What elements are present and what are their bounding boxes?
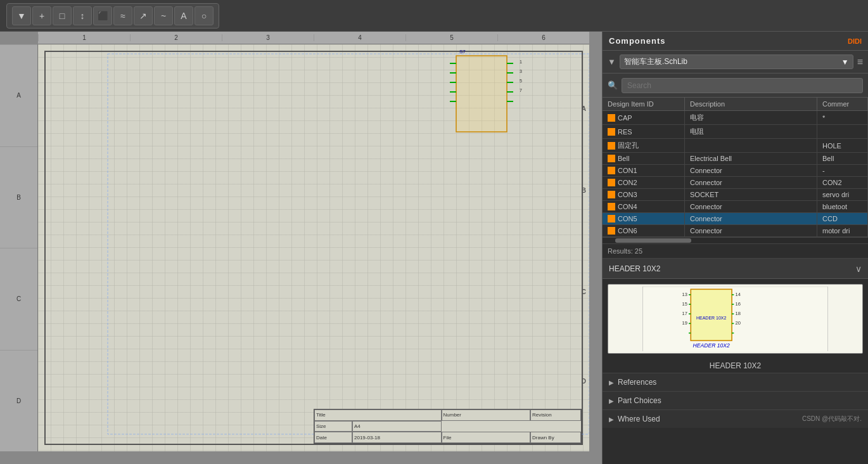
components-table: Design Item ID Description Commer CAP电容*… bbox=[603, 98, 868, 237]
circle-btn[interactable]: ○ bbox=[195, 6, 214, 25]
ruler-mark-5: 5 bbox=[450, 34, 454, 41]
table-row[interactable]: RES电阻 bbox=[603, 125, 868, 139]
results-text: Results: 25 bbox=[608, 247, 642, 255]
canvas-area[interactable]: 1 2 3 4 5 6 A B C D A B C D bbox=[0, 32, 602, 464]
table-row[interactable]: BellElectrical BellBell bbox=[603, 153, 868, 165]
svg-rect-109 bbox=[691, 289, 732, 340]
filter-icon: ▼ bbox=[608, 57, 616, 67]
th-design-item-id: Design Item ID bbox=[603, 98, 685, 110]
td-comment: HOLE bbox=[817, 139, 868, 152]
title-cell-size: Size bbox=[314, 421, 352, 432]
schematic-border bbox=[44, 51, 583, 445]
panel-logo: DIDI bbox=[848, 37, 862, 45]
td-description: Connector bbox=[685, 165, 817, 176]
table-row[interactable]: CON2ConnectorCON2 bbox=[603, 177, 868, 189]
watermark-text: CSDN @代码敲不对. bbox=[802, 415, 862, 423]
search-icon: 🔍 bbox=[608, 81, 618, 90]
td-description: SOCKET bbox=[685, 189, 817, 200]
references-header[interactable]: ▶ References bbox=[603, 373, 868, 391]
where-used-triangle: ▶ bbox=[609, 416, 614, 423]
ruler-top: 1 2 3 4 5 6 bbox=[38, 32, 589, 44]
panel-header: Components DIDI bbox=[603, 32, 868, 51]
th-comment: Commer bbox=[817, 98, 868, 110]
svg-text:14: 14 bbox=[736, 292, 741, 297]
table-row[interactable]: CAP电容* bbox=[603, 111, 868, 125]
menu-icon[interactable]: ≡ bbox=[857, 56, 863, 68]
preview-header-title: HEADER 10X2 bbox=[609, 264, 660, 273]
td-comment bbox=[817, 125, 868, 138]
svg-text:15: 15 bbox=[682, 301, 687, 307]
wave-btn[interactable]: ~ bbox=[154, 6, 173, 25]
add-btn[interactable]: + bbox=[32, 6, 51, 25]
td-comment: Bell bbox=[817, 153, 868, 164]
toolbar-group-main: ▼ + □ ↕ ⬛ ≈ ↗ ~ A ○ bbox=[6, 3, 219, 29]
table-body[interactable]: CAP电容*RES电阻固定孔HOLEBellElectrical BellBel… bbox=[603, 111, 868, 237]
td-design-item-id: CON2 bbox=[603, 177, 685, 188]
title-cell-number: Number bbox=[442, 409, 531, 421]
part-choices-triangle: ▶ bbox=[609, 397, 614, 404]
preview-svg: 13 15 17 19 11 12 13 14 15 16 17 18 19 2… bbox=[615, 287, 856, 352]
td-design-item-id: CON5 bbox=[603, 213, 685, 224]
references-section: ▶ References bbox=[603, 373, 868, 391]
table-header: Design Item ID Description Commer bbox=[603, 98, 868, 111]
title-cell-title: Title bbox=[314, 409, 442, 421]
preview-name: HEADER 10X2 bbox=[603, 359, 868, 373]
component-icon bbox=[608, 142, 615, 150]
rect-btn[interactable]: □ bbox=[53, 6, 72, 25]
svg-text:19: 19 bbox=[682, 320, 687, 326]
ruler-left: A B C D bbox=[0, 44, 38, 451]
right-panel: Components DIDI ▼ 智能车主板.SchLib ▼ ≡ 🔍 Des… bbox=[602, 32, 868, 464]
table-row[interactable]: CON4Connectorbluetoot bbox=[603, 201, 868, 213]
part-choices-header[interactable]: ▶ Part Choices bbox=[603, 392, 868, 409]
table-row[interactable]: CON3SOCKETservo dri bbox=[603, 189, 868, 201]
td-design-item-id: CON3 bbox=[603, 189, 685, 200]
td-design-item-id: CAP bbox=[603, 111, 685, 124]
component-icon bbox=[608, 128, 615, 136]
td-design-item-id: Bell bbox=[603, 153, 685, 164]
table-row[interactable]: CON6Connectormotor dri bbox=[603, 225, 868, 237]
table-row[interactable]: CON5ConnectorCCD bbox=[603, 213, 868, 225]
table-row[interactable]: 固定孔HOLE bbox=[603, 139, 868, 153]
td-description: 电阻 bbox=[685, 125, 817, 138]
title-cell-date-val: 2019-03-18 bbox=[352, 432, 442, 443]
text-btn[interactable]: A bbox=[174, 6, 193, 25]
schematic-content[interactable]: A B C D S7 1 bbox=[38, 44, 589, 451]
fill-btn[interactable]: ⬛ bbox=[93, 6, 112, 25]
panel-hscroll[interactable] bbox=[603, 237, 868, 243]
td-design-item-id: RES bbox=[603, 125, 685, 138]
preview-canvas: 13 15 17 19 11 12 13 14 15 16 17 18 19 2… bbox=[608, 284, 863, 354]
component-icon bbox=[608, 167, 615, 174]
svg-text:HEADER 10X2: HEADER 10X2 bbox=[696, 316, 727, 320]
table-row[interactable]: CON1Connector- bbox=[603, 165, 868, 177]
move-btn[interactable]: ↕ bbox=[73, 6, 92, 25]
svg-text:18: 18 bbox=[736, 311, 741, 316]
row-label-b: B bbox=[582, 187, 586, 194]
row-label-a: A bbox=[582, 105, 586, 112]
component-icon bbox=[608, 215, 615, 222]
where-used-header[interactable]: ▶ Where Used CSDN @代码敲不对. bbox=[603, 410, 868, 428]
td-comment: CON2 bbox=[817, 177, 868, 188]
svg-text:20: 20 bbox=[736, 320, 741, 326]
row-label-d: D bbox=[582, 378, 586, 385]
td-description: Electrical Bell bbox=[685, 153, 817, 164]
arrow-btn[interactable]: ↗ bbox=[134, 6, 153, 25]
td-description: Connector bbox=[685, 213, 817, 224]
panel-hscroll-thumb[interactable] bbox=[615, 238, 691, 243]
td-comment: * bbox=[817, 111, 868, 124]
lib-select[interactable]: 智能车主板.SchLib ▼ bbox=[620, 55, 853, 69]
component-icon bbox=[608, 114, 615, 122]
lib-select-arrow: ▼ bbox=[841, 58, 849, 67]
title-block: Title Number Revision Size A4 Date bbox=[314, 409, 582, 444]
filter-btn[interactable]: ▼ bbox=[12, 6, 31, 25]
title-cell-file: File bbox=[442, 432, 531, 443]
td-description: Connector bbox=[685, 225, 817, 236]
preview-header[interactable]: HEADER 10X2 ∨ bbox=[603, 259, 868, 279]
expand-icon[interactable]: ∨ bbox=[855, 264, 862, 274]
search-input[interactable] bbox=[622, 78, 863, 93]
wire-btn[interactable]: ≈ bbox=[113, 6, 132, 25]
component-icon bbox=[608, 191, 615, 198]
svg-text:16: 16 bbox=[736, 301, 741, 307]
td-comment: CCD bbox=[817, 213, 868, 224]
ruler-mark-1: 1 bbox=[82, 34, 86, 41]
ruler-mark-3: 3 bbox=[266, 34, 270, 41]
